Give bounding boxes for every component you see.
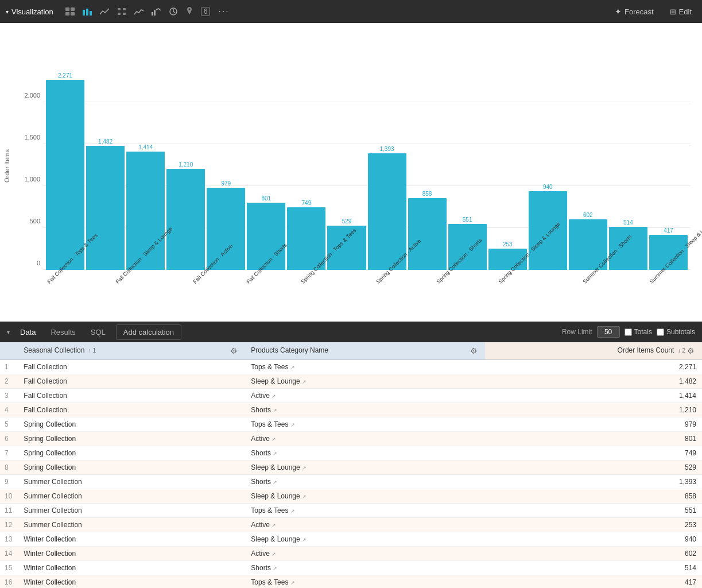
seasonal-collection-cell: Spring Collection	[18, 461, 245, 475]
svg-rect-7	[118, 8, 121, 10]
col2-settings-icon[interactable]: ⚙	[468, 346, 479, 355]
x-labels: Fall Collection · Tops & TeesFall Collec…	[43, 270, 691, 304]
seasonal-collection-cell: Spring Collection	[18, 432, 245, 446]
category-name-cell: Shorts ↗	[245, 475, 484, 489]
order-items-count-cell: 2,271	[485, 360, 702, 374]
col1-sort: ↑ 1	[88, 347, 96, 354]
add-calculation-button[interactable]: Add calculation	[116, 324, 181, 340]
table-row: 13Winter CollectionSleep & Lounge ↗940	[0, 532, 702, 547]
totals-checkbox[interactable]	[625, 328, 632, 336]
bar-value: 1,210	[179, 161, 193, 168]
history-icon[interactable]	[166, 5, 181, 18]
bar-value: 551	[463, 216, 472, 223]
bar-value: 1,414	[138, 144, 153, 150]
edit-icon: ⊞	[670, 7, 676, 16]
map-icon[interactable]	[183, 5, 196, 18]
category-name-cell: Active ↗	[245, 389, 484, 403]
bar-rect[interactable]	[46, 80, 84, 270]
seasonal-collection-cell: Summer Collection	[18, 475, 245, 489]
data-table-container: ⚙ Seasonal Collection ↑ 1 ⚙ Products Cat…	[0, 342, 702, 588]
row-num-cell: 4	[0, 403, 18, 417]
table-row: 6Spring CollectionActive ↗801	[0, 432, 702, 446]
category-name-cell: Tops & Tees ↗	[245, 504, 484, 518]
bar-group[interactable]: 1,482	[86, 138, 125, 270]
scatter-icon[interactable]	[114, 6, 129, 17]
grid-label: 2,000	[17, 92, 40, 99]
bar-rect[interactable]	[166, 169, 205, 270]
bar-rect[interactable]	[408, 198, 447, 270]
bar-value: 602	[583, 212, 593, 218]
row-num-cell: 12	[0, 518, 18, 532]
col3-settings-icon[interactable]: ⚙	[685, 346, 696, 355]
table-row: 9Summer CollectionShorts ↗1,393	[0, 475, 702, 489]
bar-group[interactable]: 858	[408, 191, 447, 270]
order-items-count-cell: 979	[485, 417, 702, 432]
col-seasonal-collection: ⚙ Seasonal Collection ↑ 1	[18, 342, 245, 360]
forecast-button[interactable]: ✦ Forecast	[610, 5, 658, 18]
toolbar-title: ▾ Visualization	[6, 7, 53, 16]
grid-label: 1,000	[17, 176, 40, 183]
category-name-cell: Tops & Tees ↗	[245, 417, 484, 432]
subtotals-checkbox[interactable]	[657, 328, 664, 336]
bar-value: 253	[503, 241, 513, 247]
order-items-count-cell: 749	[485, 446, 702, 461]
row-num-cell: 6	[0, 432, 18, 446]
more-icon[interactable]: ···	[215, 5, 232, 18]
chart-area: Order Items 05001,0001,5002,000 2,2711,4…	[0, 23, 702, 322]
x-label-item: Summer Collection · Sleep & Lounge	[648, 270, 702, 278]
x-label-item: Fall Collection · Tops & Tees	[46, 270, 114, 278]
seasonal-collection-cell: Winter Collection	[18, 532, 245, 547]
row-num-cell: 1	[0, 360, 18, 374]
forecast-icon: ✦	[615, 7, 622, 16]
seasonal-collection-cell: Fall Collection	[18, 403, 245, 417]
col1-settings-icon[interactable]: ⚙	[228, 346, 239, 355]
table-view-icon[interactable]	[63, 6, 77, 17]
seasonal-collection-cell: Winter Collection	[18, 547, 245, 561]
x-label-item: Fall Collection · Sleep & Lounge	[114, 270, 192, 278]
bar-group[interactable]: 1,210	[166, 161, 205, 270]
bar-rect[interactable]	[86, 146, 125, 270]
row-limit-input[interactable]	[597, 326, 620, 338]
bar-group[interactable]: 514	[609, 219, 647, 270]
bar-chart-icon[interactable]	[80, 6, 95, 17]
bar-value: 1,482	[98, 138, 113, 145]
order-items-count-cell: 1,210	[485, 403, 702, 417]
bar-group[interactable]: 940	[529, 184, 567, 270]
seasonal-collection-cell: Fall Collection	[18, 374, 245, 389]
tab-sql[interactable]: SQL	[84, 325, 113, 339]
bar-group[interactable]: 529	[327, 218, 366, 270]
combo-icon[interactable]	[149, 6, 164, 17]
bar-rect[interactable]	[368, 153, 406, 270]
category-name-cell: Shorts ↗	[245, 446, 484, 461]
bars-container: 2,2711,4821,4141,2109798017495291,393858…	[43, 69, 691, 270]
area-chart-icon[interactable]	[131, 6, 146, 17]
tab-results[interactable]: Results	[44, 325, 82, 339]
table-row: 16Winter CollectionTops & Tees ↗417	[0, 575, 702, 589]
order-items-count-cell: 253	[485, 518, 702, 532]
bar-group[interactable]: 2,271	[46, 72, 84, 270]
tab-data[interactable]: Data	[13, 325, 42, 339]
bar-group[interactable]: 979	[207, 180, 245, 270]
bar-value: 2,271	[58, 72, 72, 79]
category-name-cell: Active ↗	[245, 518, 484, 532]
svg-rect-6	[90, 11, 92, 16]
bar-rect[interactable]	[207, 188, 245, 270]
seasonal-collection-cell: Fall Collection	[18, 389, 245, 403]
edit-button[interactable]: ⊞ Edit	[665, 5, 696, 18]
category-name-cell: Sleep & Lounge ↗	[245, 461, 484, 475]
toolbar: ▾ Visualization	[0, 0, 702, 23]
bar-group[interactable]: 1,393	[368, 146, 406, 270]
order-items-count-cell: 1,482	[485, 374, 702, 389]
x-label-item: Spring Collection · Active	[375, 270, 435, 278]
bar-value: 858	[422, 191, 432, 197]
order-items-count-cell: 602	[485, 547, 702, 561]
line-chart-icon[interactable]	[97, 6, 112, 17]
seasonal-collection-cell: Summer Collection	[18, 504, 245, 518]
badge-icon[interactable]: 6	[198, 5, 214, 18]
table-row: 15Winter CollectionShorts ↗514	[0, 561, 702, 575]
x-label-item: Spring Collection · Sleep & Lounge	[497, 270, 581, 278]
category-name-cell: Tops & Tees ↗	[245, 360, 484, 374]
category-name-cell: Active ↗	[245, 432, 484, 446]
category-name-cell: Sleep & Lounge ↗	[245, 532, 484, 547]
bar-value: 749	[302, 200, 312, 206]
